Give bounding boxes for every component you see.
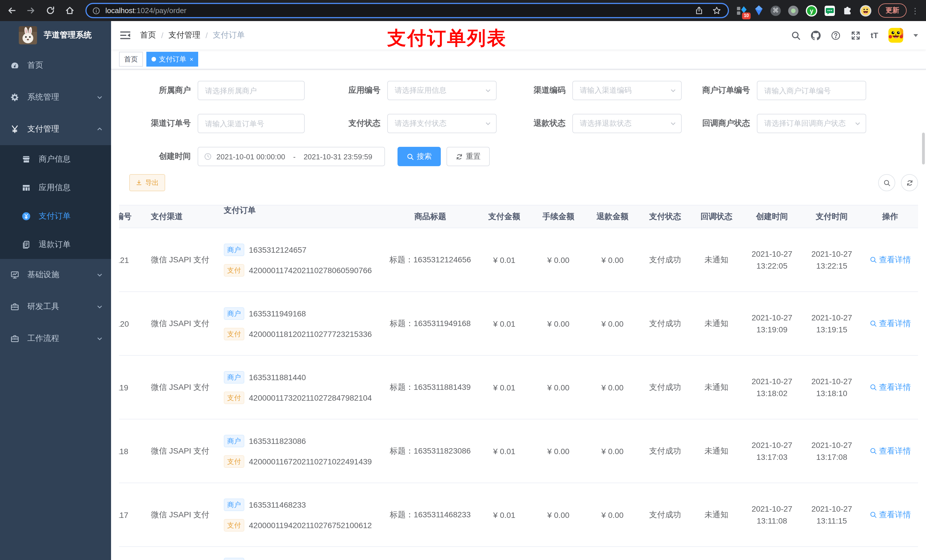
merchant-order-no: 1635311823086 [249, 436, 306, 445]
sidebar-item-app-info[interactable]: 应用信息 [0, 174, 111, 202]
cell-notify-status: 未通知 [691, 420, 742, 483]
breadcrumb-current: 支付订单 [213, 30, 245, 41]
cell-created: 2021-10-2713:18:02 [742, 356, 802, 419]
merchant-tag: 商户 [224, 498, 244, 511]
filter-label-merchant-order-no: 商户订单编号 [682, 85, 757, 96]
cell-order: 商户 1635311823086 支付 42000011672021102710… [218, 420, 383, 483]
cell-id: 119 [119, 356, 151, 419]
channel-code-select[interactable]: 请输入渠道编码 [572, 81, 682, 100]
cell-title: 标题：1635311881439 [383, 356, 477, 419]
col-header-refund: 退款金额 [586, 205, 640, 228]
logo-rabbit-image [19, 26, 37, 44]
view-detail-link[interactable]: 查看详情 [869, 318, 911, 329]
cell-pay-status: 支付成功 [640, 292, 691, 355]
avatar-caret-icon[interactable] [914, 34, 918, 37]
cell-pay-status: 支付成功 [640, 420, 691, 483]
chevron-down-icon [96, 335, 103, 342]
pay-tag: 支付 [224, 328, 244, 340]
create-time-range-picker[interactable]: 2021-10-01 00:00:00 - 2021-10-31 23:59:5… [198, 147, 385, 166]
filter-label-merchant: 所属商户 [119, 85, 198, 96]
breadcrumb-parent[interactable]: 支付管理 [169, 30, 200, 41]
sidebar-item-label: 系统管理 [27, 92, 96, 103]
browser-forward-icon[interactable] [26, 6, 36, 15]
notify-status-select[interactable]: 请选择订单回调商户状态 [757, 114, 866, 133]
merchant-order-no-input[interactable] [757, 81, 866, 100]
sidebar-item-merchant-info[interactable]: 商户信息 [0, 145, 111, 174]
extensions-puzzle-icon[interactable] [842, 5, 853, 16]
extension-dot-icon[interactable] [788, 5, 799, 16]
hide-search-button[interactable] [878, 174, 895, 191]
tag-home[interactable]: 首页 [119, 52, 143, 66]
font-size-icon[interactable]: tT [871, 31, 878, 40]
extension-chat-icon[interactable] [825, 5, 835, 16]
sidebar-item-label: 研发工具 [27, 302, 96, 312]
browser-menu-icon[interactable]: ⋮ [910, 6, 920, 15]
search-button[interactable]: 搜索 [398, 147, 441, 166]
view-detail-link[interactable]: 查看详情 [869, 510, 911, 520]
page: localhost:1024/pay/order 10 ⌘ y [0, 0, 926, 560]
filter-label-create-time: 创建时间 [119, 151, 198, 162]
app-select[interactable]: 请选择应用信息 [387, 81, 496, 100]
col-header-channel: 支付渠道 [151, 205, 218, 228]
page-scrollbar[interactable] [922, 133, 925, 165]
cell-channel: 微信 JSAPI 支付 [151, 228, 218, 291]
view-detail-link[interactable]: 查看详情 [869, 255, 911, 265]
tag-pay-order[interactable]: 支付订单 × [146, 52, 198, 66]
extension-y-icon[interactable]: y [806, 5, 817, 16]
sidebar-item-payment[interactable]: 支付管理 [0, 113, 111, 145]
sidebar-item-label: 基础设施 [27, 270, 96, 280]
clock-icon [204, 152, 212, 160]
sidebar-item-system[interactable]: 系统管理 [0, 82, 111, 113]
browser-reload-icon[interactable] [45, 6, 55, 15]
browser-home-icon[interactable] [65, 6, 75, 15]
cell-fee: ¥ 0.00 [531, 292, 586, 355]
table-body: 121 微信 JSAPI 支付 商户 1635312124657 支付 4200… [119, 228, 918, 560]
cell-pay-status: 支付成功 [640, 356, 691, 419]
sidebar-item-label: 支付管理 [27, 124, 96, 134]
breadcrumb-home[interactable]: 首页 [140, 30, 156, 41]
fullscreen-icon[interactable] [851, 30, 861, 40]
extension-emoji-icon[interactable] [860, 5, 872, 16]
close-icon[interactable]: × [190, 56, 193, 62]
export-button[interactable]: 导出 [129, 174, 165, 191]
refresh-button[interactable] [901, 174, 918, 191]
reset-button[interactable]: 重置 [446, 147, 490, 166]
browser-back-icon[interactable] [7, 6, 17, 15]
sidebar-item-infrastructure[interactable]: 基础设施 [0, 259, 111, 291]
table-row-partial: 商户 1635311157286 [119, 547, 918, 560]
merchant-input[interactable] [198, 81, 305, 100]
sidebar-item-home[interactable]: 首页 [0, 50, 111, 82]
help-icon[interactable] [831, 30, 841, 40]
chevron-down-icon [485, 120, 492, 127]
user-avatar[interactable] [888, 28, 903, 43]
browser-update-button[interactable]: 更新 [878, 3, 906, 18]
view-detail-link[interactable]: 查看详情 [869, 382, 911, 392]
extension-gem-icon[interactable] [755, 5, 763, 16]
col-header-created: 创建时间 [742, 205, 802, 228]
address-bar[interactable]: localhost:1024/pay/order [85, 3, 729, 18]
table-toolbar: 导出 [119, 174, 918, 191]
pay-tag: 支付 [224, 264, 244, 276]
cell-paid: 2021-10-2713:17:08 [802, 420, 862, 483]
extension-boards-icon[interactable]: 10 [736, 5, 747, 16]
bookmark-star-icon[interactable] [713, 6, 721, 15]
share-icon[interactable] [695, 6, 703, 15]
github-icon[interactable] [811, 30, 821, 40]
channel-order-no-input[interactable] [198, 114, 305, 133]
sidebar-logo[interactable]: 芋道管理系统 [0, 21, 111, 50]
search-icon[interactable] [791, 30, 801, 40]
sidebar-item-pay-order[interactable]: 支付订单 [0, 202, 111, 231]
sidebar-item-label: 首页 [27, 60, 103, 71]
refund-status-select[interactable]: 请选择退款状态 [572, 114, 682, 133]
extension-command-icon[interactable]: ⌘ [770, 5, 781, 16]
sidebar-item-refund-order[interactable]: 退款订单 [0, 231, 111, 259]
cell-notify-status: 未通知 [691, 228, 742, 291]
url-text: localhost:1024/pay/order [105, 6, 686, 15]
sidebar-item-workflow[interactable]: 工作流程 [0, 323, 111, 355]
pay-status-select[interactable]: 请选择支付状态 [387, 114, 496, 133]
view-detail-link[interactable]: 查看详情 [869, 446, 911, 456]
sidebar-collapse-icon[interactable] [120, 30, 131, 41]
cell-paid: 2021-10-2713:22:15 [802, 228, 862, 291]
site-info-icon[interactable] [92, 6, 100, 15]
sidebar-item-devtools[interactable]: 研发工具 [0, 291, 111, 323]
